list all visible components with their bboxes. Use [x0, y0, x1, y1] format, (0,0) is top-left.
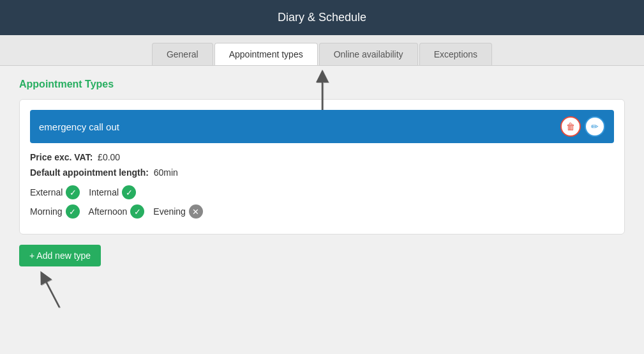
nav-bar: General Appointment types Online availab… — [0, 35, 644, 66]
appointment-name: emergency call out — [39, 121, 560, 132]
length-label: Default appointment length: — [30, 167, 149, 178]
evening-cross-icon: ✕ — [189, 204, 203, 219]
length-row: Default appointment length: 60min — [30, 167, 614, 178]
time-morning: Morning ✓ — [30, 204, 80, 219]
tag-external: External ✓ — [30, 185, 80, 199]
external-label: External — [30, 187, 63, 197]
price-label: Price exc. VAT: — [30, 152, 93, 162]
header: Diary & Schedule — [0, 0, 644, 35]
appointment-card: emergency call out 🗑 ✏ Price exc. VAT: £… — [19, 99, 625, 235]
afternoon-check-icon: ✓ — [130, 204, 144, 219]
morning-check-icon: ✓ — [66, 204, 80, 219]
section-title: Appointment Types — [19, 79, 625, 90]
header-title: Diary & Schedule — [278, 11, 366, 24]
internal-label: Internal — [89, 187, 119, 197]
edit-button[interactable]: ✏ — [585, 116, 605, 137]
tab-online-availability[interactable]: Online availability — [319, 43, 418, 65]
morning-label: Morning — [30, 206, 63, 217]
tag-internal: Internal ✓ — [89, 185, 136, 199]
length-value: 60min — [154, 167, 178, 178]
add-new-type-button[interactable]: + Add new type — [19, 245, 101, 266]
tab-appointment-types[interactable]: Appointment types — [214, 43, 318, 65]
time-afternoon: Afternoon ✓ — [89, 204, 145, 219]
external-check-icon: ✓ — [66, 185, 80, 199]
times-row: Morning ✓ Afternoon ✓ Evening ✕ — [30, 204, 614, 219]
tab-exceptions[interactable]: Exceptions — [419, 43, 492, 65]
internal-check-icon: ✓ — [122, 185, 136, 199]
delete-icon: 🗑 — [566, 121, 575, 132]
afternoon-label: Afternoon — [89, 206, 128, 217]
svg-line-3 — [43, 277, 59, 307]
action-buttons: 🗑 ✏ — [560, 116, 605, 137]
price-row: Price exc. VAT: £0.00 — [30, 152, 614, 162]
edit-icon: ✏ — [591, 121, 599, 132]
content-area: Appointment Types emergency call out 🗑 ✏… — [0, 66, 644, 347]
delete-button[interactable]: 🗑 — [560, 116, 581, 137]
appointment-header-row: emergency call out 🗑 ✏ — [30, 110, 614, 143]
time-evening: Evening ✕ — [153, 204, 203, 219]
price-value: £0.00 — [98, 152, 120, 162]
tags-row: External ✓ Internal ✓ — [30, 185, 614, 199]
evening-label: Evening — [153, 206, 186, 217]
tab-general[interactable]: General — [152, 43, 213, 65]
